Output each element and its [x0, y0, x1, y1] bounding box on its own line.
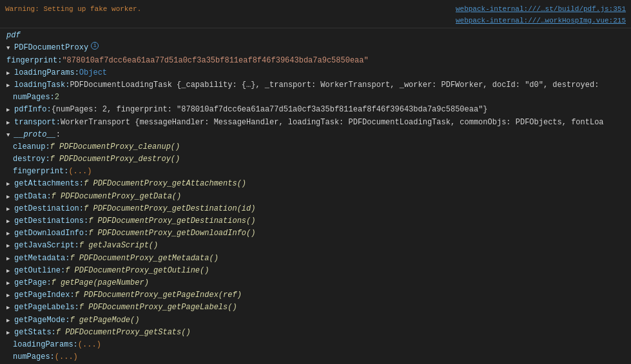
pdf-info-toggle[interactable]: [6, 104, 13, 116]
proto-loading-params-value: (...): [78, 339, 101, 351]
destroy-key: destroy:: [13, 153, 50, 166]
pdf-label-line: pdf: [5, 30, 626, 42]
get-page-labels-row[interactable]: getPageLabels: f PDFDocumentProxy_getPag…: [5, 302, 626, 314]
num-pages-value: 2: [55, 91, 59, 104]
get-destinations-value: f PDFDocumentProxy_getDestinations(): [88, 215, 255, 227]
get-stats-value: f PDFDocumentProxy_getStats(): [56, 327, 191, 339]
top-bar: Warning: Setting up fake worker. webpack…: [0, 3, 631, 28]
get-page-mode-row[interactable]: getPageMode: f getPageMode(): [5, 314, 626, 327]
fingerprint-value: "878010af7dcc6ea61aa77d51a0cf3a35bf811ea…: [62, 55, 368, 67]
get-download-info-toggle[interactable]: [6, 227, 13, 240]
pdf-proxy-label: PDFDocumentProxy: [14, 42, 88, 54]
transport-key: transport:: [14, 117, 61, 129]
pdf-info-key: pdfInfo:: [14, 104, 52, 116]
get-page-row[interactable]: getPage: f getPage(pageNumber): [5, 277, 626, 289]
webpack-link-1[interactable]: webpack-internal:///…st/build/pdf.js:351: [456, 4, 626, 15]
get-outline-toggle[interactable]: [6, 265, 13, 277]
get-destinations-toggle[interactable]: [6, 215, 13, 227]
get-data-toggle[interactable]: [6, 191, 13, 203]
warning-text: Warning: Setting up fake worker.: [5, 4, 141, 26]
get-attachments-toggle[interactable]: [6, 178, 13, 190]
get-page-index-key: getPageIndex:: [14, 289, 75, 302]
num-pages-row: numPages: 2: [5, 91, 626, 104]
get-download-info-key: getDownloadInfo:: [14, 227, 88, 240]
get-page-index-toggle[interactable]: [6, 289, 13, 302]
loading-task-row[interactable]: loadingTask: PDFDocumentLoadingTask {_ca…: [5, 79, 626, 91]
get-attachments-row[interactable]: getAttachments: f PDFDocumentProxy_getAt…: [5, 178, 626, 190]
get-data-value: f PDFDocumentProxy_getData(): [52, 191, 182, 203]
get-metadata-key: getMetadata:: [14, 253, 70, 265]
get-stats-key: getStats:: [14, 327, 56, 339]
destroy-value: f PDFDocumentProxy_destroy(): [50, 153, 180, 166]
get-javascript-row[interactable]: getJavaScript: f getJavaScript(): [5, 240, 626, 252]
num-pages-key: numPages:: [13, 91, 55, 104]
get-destination-key: getDestination:: [14, 203, 84, 215]
get-destination-value: f PDFDocumentProxy_getDestination(id): [84, 203, 255, 215]
proto-loading-params-key: loadingParams:: [13, 339, 78, 351]
webpack-links: webpack-internal:///…st/build/pdf.js:351…: [456, 4, 626, 26]
get-download-info-value: f PDFDocumentProxy_getDownloadInfo(): [88, 227, 255, 240]
get-data-key: getData:: [14, 191, 52, 203]
get-page-key: getPage:: [14, 277, 52, 289]
cleanup-value: f PDFDocumentProxy_cleanup(): [50, 141, 180, 153]
get-page-labels-key: getPageLabels:: [14, 302, 79, 314]
cleanup-key: cleanup:: [13, 141, 50, 153]
destroy-row: destroy: f PDFDocumentProxy_destroy(): [5, 153, 626, 166]
get-data-row[interactable]: getData: f PDFDocumentProxy_getData(): [5, 191, 626, 203]
get-metadata-toggle[interactable]: [6, 253, 13, 265]
proto-label: __proto__: [14, 129, 56, 141]
proto-row[interactable]: __proto__ :: [5, 129, 626, 141]
get-page-index-row[interactable]: getPageIndex: f PDFDocumentProxy_getPage…: [5, 289, 626, 302]
pdf-document-proxy-row[interactable]: PDFDocumentProxy i: [5, 42, 626, 54]
get-page-value: f getPage(pageNumber): [52, 277, 149, 289]
get-outline-row[interactable]: getOutline: f PDFDocumentProxy_getOutlin…: [5, 265, 626, 277]
transport-row[interactable]: transport: WorkerTransport {messageHandl…: [5, 117, 626, 129]
get-destinations-key: getDestinations:: [14, 215, 88, 227]
cleanup-row: cleanup: f PDFDocumentProxy_cleanup(): [5, 141, 626, 153]
get-page-mode-toggle[interactable]: [6, 314, 13, 327]
get-destination-row[interactable]: getDestination: f PDFDocumentProxy_getDe…: [5, 203, 626, 215]
get-destinations-row[interactable]: getDestinations: f PDFDocumentProxy_getD…: [5, 215, 626, 227]
get-page-mode-key: getPageMode:: [14, 314, 70, 327]
get-destination-toggle[interactable]: [6, 203, 13, 215]
get-stats-row[interactable]: getStats: f PDFDocumentProxy_getStats(): [5, 327, 626, 339]
get-page-toggle[interactable]: [6, 277, 13, 289]
transport-toggle[interactable]: [6, 117, 13, 129]
get-outline-value: f PDFDocumentProxy_getOutline(): [65, 265, 209, 277]
loading-task-key: loadingTask:: [14, 79, 70, 91]
loading-params-key: loadingParams:: [14, 67, 79, 79]
loading-task-toggle[interactable]: [6, 79, 13, 91]
proto-colon: :: [56, 129, 61, 141]
get-javascript-toggle[interactable]: [6, 240, 13, 252]
proto-num-pages-key: numPages:: [13, 351, 55, 363]
pdf-proxy-toggle[interactable]: [6, 42, 13, 54]
loading-task-value: PDFDocumentLoadingTask {_capability: {…}…: [70, 79, 599, 91]
proto-fingerprint-value: (...): [68, 166, 92, 178]
get-stats-toggle[interactable]: [6, 327, 13, 339]
proto-fingerprint-row: fingerprint: (...): [5, 166, 626, 178]
console-body: pdf PDFDocumentProxy i fingerprint: "878…: [0, 30, 631, 364]
get-metadata-row[interactable]: getMetadata: f PDFDocumentProxy_getMetad…: [5, 253, 626, 265]
get-attachments-value: f PDFDocumentProxy_getAttachments(): [84, 178, 246, 190]
get-download-info-row[interactable]: getDownloadInfo: f PDFDocumentProxy_getD…: [5, 227, 626, 240]
loading-params-toggle[interactable]: [6, 67, 13, 79]
get-javascript-key: getJavaScript:: [14, 240, 79, 252]
get-page-mode-value: f getPageMode(): [70, 314, 139, 327]
get-metadata-value: f PDFDocumentProxy_getMetadata(): [70, 253, 218, 265]
get-attachments-key: getAttachments:: [14, 178, 84, 190]
fingerprint-row: fingerprint: "878010af7dcc6ea61aa77d51a0…: [5, 55, 626, 67]
get-page-labels-toggle[interactable]: [6, 302, 13, 314]
loading-params-row[interactable]: loadingParams: Object: [5, 67, 626, 79]
pdf-info-row[interactable]: pdfInfo: {numPages: 2, fingerprint: "878…: [5, 104, 626, 116]
webpack-link-2[interactable]: webpack-internal:///…workHospImg.vue:215: [456, 15, 626, 27]
pdf-info-value: {numPages: 2, fingerprint: "878010af7dcc…: [52, 104, 488, 116]
info-icon[interactable]: i: [91, 42, 99, 50]
proto-toggle[interactable]: [6, 129, 13, 141]
proto-loading-params-row: loadingParams: (...): [5, 339, 626, 351]
get-javascript-value: f getJavaScript(): [79, 240, 158, 252]
fingerprint-key: fingerprint:: [6, 55, 62, 67]
console-container: Warning: Setting up fake worker. webpack…: [0, 0, 631, 364]
get-page-labels-value: f PDFDocumentProxy_getPageLabels(): [79, 302, 237, 314]
get-page-index-value: f PDFDocumentProxy_getPageIndex(ref): [75, 289, 242, 302]
transport-value: WorkerTransport {messageHandler: Message…: [61, 117, 604, 129]
